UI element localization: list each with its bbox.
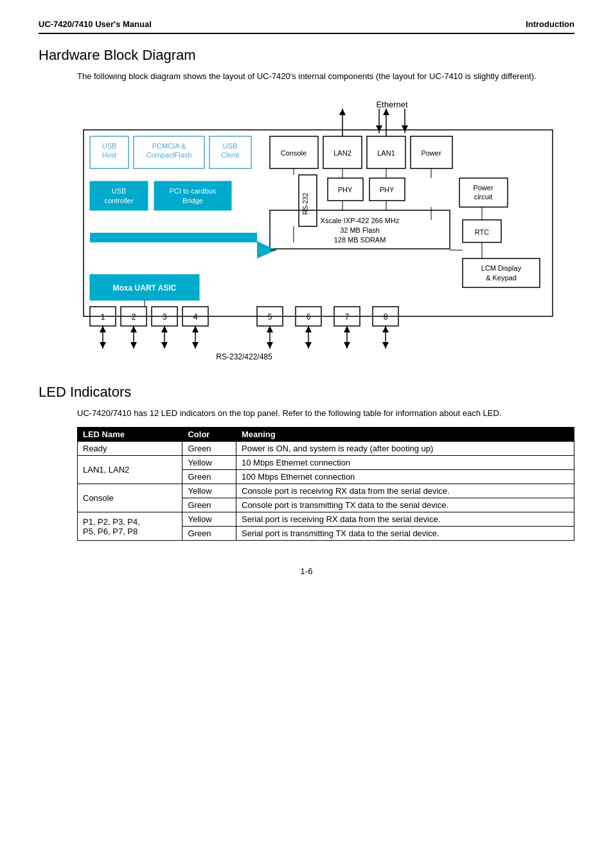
svg-marker-3 <box>402 125 408 132</box>
svg-text:Power: Power <box>473 184 493 192</box>
led-meaning-cell: Power is ON, and system is ready (after … <box>236 442 574 456</box>
svg-text:controller: controller <box>104 197 134 204</box>
svg-marker-86 <box>344 342 350 348</box>
svg-marker-85 <box>344 326 350 332</box>
led-meaning-cell: 10 Mbps Ethernet connection <box>236 456 574 470</box>
svg-text:USB: USB <box>102 142 117 150</box>
svg-text:Moxa UART ASIC: Moxa UART ASIC <box>113 284 177 293</box>
svg-marker-80 <box>267 342 273 348</box>
svg-rect-40 <box>154 181 231 210</box>
svg-text:circuit: circuit <box>474 193 493 201</box>
led-name-cell: P1, P2, P3, P4, P5, P6, P7, P8 <box>78 512 182 541</box>
svg-text:& Keypad: & Keypad <box>486 274 517 282</box>
svg-text:Power: Power <box>421 149 441 157</box>
svg-marker-77 <box>192 342 199 348</box>
svg-text:PCI to cardbus: PCI to cardbus <box>170 187 217 195</box>
svg-text:Host: Host <box>102 151 117 159</box>
svg-marker-68 <box>100 342 106 348</box>
svg-marker-74 <box>161 342 168 348</box>
led-name-cell: LAN1, LAN2 <box>78 456 182 484</box>
svg-marker-83 <box>305 342 312 348</box>
led-meaning-cell: Serial port is receiving RX data from th… <box>236 512 574 527</box>
page-header: UC-7420/7410 User's Manual Introduction <box>39 19 574 34</box>
svg-text:Client: Client <box>221 151 239 159</box>
svg-text:6: 6 <box>306 312 311 321</box>
svg-marker-93 <box>339 109 346 115</box>
page-number: 1-6 <box>39 566 574 576</box>
rs232-label: RS-232/422/485 <box>216 352 272 361</box>
led-name-cell: Ready <box>78 442 182 456</box>
led-meaning-cell: Console port is receiving RX data from t… <box>236 484 574 498</box>
svg-marker-73 <box>161 326 168 332</box>
block-diagram: Ethernet USB Host PCMCIA & CompactFlash … <box>77 95 574 365</box>
led-name-cell: Console <box>78 484 182 512</box>
svg-marker-1 <box>376 125 382 132</box>
svg-text:2: 2 <box>132 312 136 321</box>
svg-text:Bridge: Bridge <box>182 197 203 204</box>
svg-marker-88 <box>382 326 389 332</box>
led-meaning-cell: Console port is transmitting TX data to … <box>236 498 574 512</box>
svg-text:7: 7 <box>345 312 350 321</box>
svg-text:PCMCIA &: PCMCIA & <box>152 142 186 150</box>
led-table: LED Name Color Meaning ReadyGreenPower i… <box>77 427 574 541</box>
led-color-cell: Green <box>182 498 236 512</box>
svg-text:PHY: PHY <box>380 186 395 194</box>
svg-text:Console: Console <box>281 149 306 157</box>
svg-marker-67 <box>100 326 106 332</box>
svg-marker-89 <box>382 342 389 348</box>
svg-text:32 MB Flash: 32 MB Flash <box>340 226 380 234</box>
led-meaning-cell: 100 Mbps Ethernet connection <box>236 470 574 484</box>
led-color-cell: Green <box>182 470 236 484</box>
col-header-meaning: Meaning <box>236 428 574 442</box>
col-header-color: Color <box>182 428 236 442</box>
svg-text:LAN2: LAN2 <box>333 149 351 157</box>
svg-rect-37 <box>90 181 148 210</box>
svg-text:RTC: RTC <box>475 228 489 236</box>
ethernet-label: Ethernet <box>376 100 408 109</box>
led-color-cell: Yellow <box>182 484 236 498</box>
svg-marker-76 <box>192 326 199 332</box>
header-right: Introduction <box>526 19 574 29</box>
header-left: UC-7420/7410 User's Manual <box>39 19 152 29</box>
svg-text:5: 5 <box>268 312 272 321</box>
svg-marker-79 <box>267 326 273 332</box>
hardware-section-title: Hardware Block Diagram <box>39 47 574 64</box>
svg-marker-82 <box>305 326 312 332</box>
svg-text:4: 4 <box>193 312 198 321</box>
col-header-name: LED Name <box>78 428 182 442</box>
svg-marker-70 <box>130 326 137 332</box>
led-color-cell: Yellow <box>182 512 236 527</box>
svg-text:CompactFlash: CompactFlash <box>147 151 192 159</box>
svg-rect-45 <box>463 258 540 287</box>
svg-text:3: 3 <box>163 312 167 321</box>
svg-text:RS-232: RS-232 <box>302 192 309 214</box>
svg-text:USB: USB <box>223 142 238 150</box>
led-section-title: LED Indicators <box>39 384 574 401</box>
page: UC-7420/7410 User's Manual Introduction … <box>0 0 613 868</box>
diagram-svg: Ethernet USB Host PCMCIA & CompactFlash … <box>77 95 578 365</box>
svg-text:PCI Bus: PCI Bus <box>162 246 191 255</box>
svg-text:1: 1 <box>101 312 105 321</box>
led-section-desc: UC-7420/7410 has 12 LED indicators on th… <box>77 407 574 420</box>
led-color-cell: Green <box>182 442 236 456</box>
svg-text:USB: USB <box>112 187 127 195</box>
svg-text:PHY: PHY <box>338 186 353 194</box>
led-color-cell: Green <box>182 527 236 541</box>
led-color-cell: Yellow <box>182 456 236 470</box>
svg-text:8: 8 <box>384 312 388 321</box>
svg-text:LCM Display: LCM Display <box>481 264 522 272</box>
svg-marker-95 <box>383 109 389 115</box>
svg-text:128 MB SDRAM: 128 MB SDRAM <box>334 236 386 244</box>
svg-text:Xscale IXP-422 266 MHz: Xscale IXP-422 266 MHz <box>321 217 400 224</box>
led-meaning-cell: Serial port is transmitting TX data to t… <box>236 527 574 541</box>
svg-text:LAN1: LAN1 <box>377 149 395 157</box>
hardware-section-desc: The following block diagram shows the la… <box>77 70 574 83</box>
svg-marker-71 <box>130 342 137 348</box>
